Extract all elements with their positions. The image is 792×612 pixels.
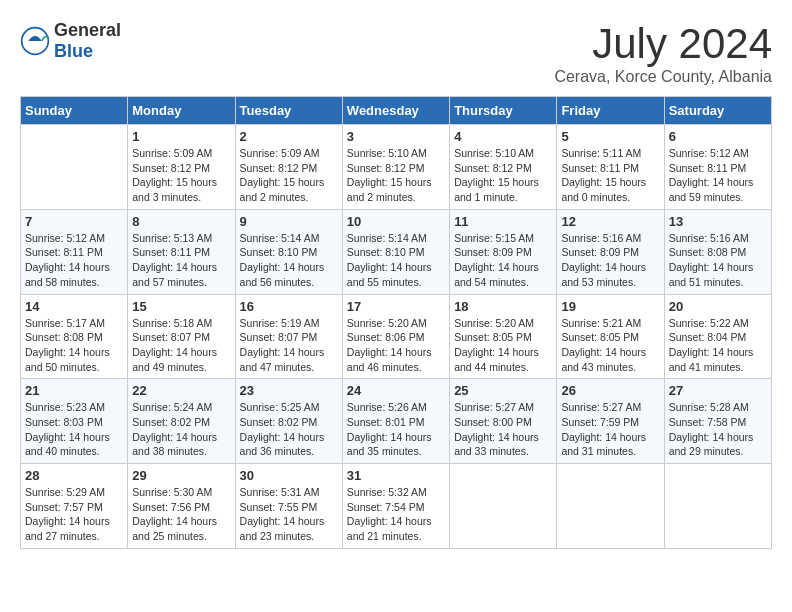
calendar-cell: 1 Sunrise: 5:09 AM Sunset: 8:12 PM Dayli… [128,125,235,210]
calendar-cell: 25 Sunrise: 5:27 AM Sunset: 8:00 PM Dayl… [450,379,557,464]
sunset-text: Sunset: 8:05 PM [561,331,639,343]
daylight-text: Daylight: 14 hours and 46 minutes. [347,346,432,373]
sunset-text: Sunset: 8:10 PM [347,246,425,258]
sunrise-text: Sunrise: 5:20 AM [347,317,427,329]
logo-general: General [54,20,121,40]
daylight-text: Daylight: 14 hours and 56 minutes. [240,261,325,288]
weekday-header: Monday [128,97,235,125]
day-number: 24 [347,383,445,398]
daylight-text: Daylight: 14 hours and 33 minutes. [454,431,539,458]
title-area: July 2024 Cerava, Korce County, Albania [554,20,772,86]
daylight-text: Daylight: 14 hours and 58 minutes. [25,261,110,288]
calendar-cell: 16 Sunrise: 5:19 AM Sunset: 8:07 PM Dayl… [235,294,342,379]
calendar-cell: 4 Sunrise: 5:10 AM Sunset: 8:12 PM Dayli… [450,125,557,210]
day-info: Sunrise: 5:23 AM Sunset: 8:03 PM Dayligh… [25,400,123,459]
calendar-cell: 2 Sunrise: 5:09 AM Sunset: 8:12 PM Dayli… [235,125,342,210]
calendar-cell: 20 Sunrise: 5:22 AM Sunset: 8:04 PM Dayl… [664,294,771,379]
sunset-text: Sunset: 8:11 PM [669,162,747,174]
sunset-text: Sunset: 8:12 PM [347,162,425,174]
sunset-text: Sunset: 8:12 PM [454,162,532,174]
sunrise-text: Sunrise: 5:25 AM [240,401,320,413]
calendar-cell: 6 Sunrise: 5:12 AM Sunset: 8:11 PM Dayli… [664,125,771,210]
day-info: Sunrise: 5:20 AM Sunset: 8:06 PM Dayligh… [347,316,445,375]
day-info: Sunrise: 5:14 AM Sunset: 8:10 PM Dayligh… [347,231,445,290]
day-info: Sunrise: 5:21 AM Sunset: 8:05 PM Dayligh… [561,316,659,375]
day-number: 29 [132,468,230,483]
day-number: 17 [347,299,445,314]
sunrise-text: Sunrise: 5:21 AM [561,317,641,329]
day-number: 19 [561,299,659,314]
page-header: General Blue July 2024 Cerava, Korce Cou… [20,20,772,86]
calendar-cell [21,125,128,210]
daylight-text: Daylight: 14 hours and 47 minutes. [240,346,325,373]
sunrise-text: Sunrise: 5:14 AM [240,232,320,244]
day-info: Sunrise: 5:32 AM Sunset: 7:54 PM Dayligh… [347,485,445,544]
daylight-text: Daylight: 14 hours and 54 minutes. [454,261,539,288]
sunrise-text: Sunrise: 5:24 AM [132,401,212,413]
daylight-text: Daylight: 14 hours and 27 minutes. [25,515,110,542]
sunrise-text: Sunrise: 5:27 AM [454,401,534,413]
day-info: Sunrise: 5:24 AM Sunset: 8:02 PM Dayligh… [132,400,230,459]
calendar-cell: 3 Sunrise: 5:10 AM Sunset: 8:12 PM Dayli… [342,125,449,210]
daylight-text: Daylight: 14 hours and 21 minutes. [347,515,432,542]
weekday-header: Wednesday [342,97,449,125]
sunset-text: Sunset: 8:07 PM [240,331,318,343]
daylight-text: Daylight: 14 hours and 25 minutes. [132,515,217,542]
day-number: 28 [25,468,123,483]
calendar-cell [664,464,771,549]
daylight-text: Daylight: 14 hours and 36 minutes. [240,431,325,458]
sunset-text: Sunset: 7:59 PM [561,416,639,428]
daylight-text: Daylight: 14 hours and 35 minutes. [347,431,432,458]
daylight-text: Daylight: 14 hours and 40 minutes. [25,431,110,458]
calendar-cell: 21 Sunrise: 5:23 AM Sunset: 8:03 PM Dayl… [21,379,128,464]
day-info: Sunrise: 5:10 AM Sunset: 8:12 PM Dayligh… [454,146,552,205]
sunrise-text: Sunrise: 5:09 AM [132,147,212,159]
day-number: 31 [347,468,445,483]
day-number: 15 [132,299,230,314]
calendar-cell: 10 Sunrise: 5:14 AM Sunset: 8:10 PM Dayl… [342,209,449,294]
daylight-text: Daylight: 14 hours and 49 minutes. [132,346,217,373]
calendar-cell: 26 Sunrise: 5:27 AM Sunset: 7:59 PM Dayl… [557,379,664,464]
calendar-cell: 18 Sunrise: 5:20 AM Sunset: 8:05 PM Dayl… [450,294,557,379]
sunset-text: Sunset: 8:04 PM [669,331,747,343]
logo: General Blue [20,20,121,62]
calendar-week-row: 28 Sunrise: 5:29 AM Sunset: 7:57 PM Dayl… [21,464,772,549]
day-info: Sunrise: 5:17 AM Sunset: 8:08 PM Dayligh… [25,316,123,375]
day-number: 10 [347,214,445,229]
weekday-header: Thursday [450,97,557,125]
day-info: Sunrise: 5:12 AM Sunset: 8:11 PM Dayligh… [25,231,123,290]
calendar-cell: 22 Sunrise: 5:24 AM Sunset: 8:02 PM Dayl… [128,379,235,464]
calendar-cell: 23 Sunrise: 5:25 AM Sunset: 8:02 PM Dayl… [235,379,342,464]
sunset-text: Sunset: 8:12 PM [240,162,318,174]
sunset-text: Sunset: 7:57 PM [25,501,103,513]
sunset-text: Sunset: 8:05 PM [454,331,532,343]
calendar-week-row: 7 Sunrise: 5:12 AM Sunset: 8:11 PM Dayli… [21,209,772,294]
day-info: Sunrise: 5:16 AM Sunset: 8:08 PM Dayligh… [669,231,767,290]
daylight-text: Daylight: 15 hours and 1 minute. [454,176,539,203]
day-info: Sunrise: 5:12 AM Sunset: 8:11 PM Dayligh… [669,146,767,205]
day-number: 27 [669,383,767,398]
sunrise-text: Sunrise: 5:15 AM [454,232,534,244]
calendar-cell: 24 Sunrise: 5:26 AM Sunset: 8:01 PM Dayl… [342,379,449,464]
sunrise-text: Sunrise: 5:10 AM [347,147,427,159]
sunrise-text: Sunrise: 5:11 AM [561,147,641,159]
sunset-text: Sunset: 8:01 PM [347,416,425,428]
calendar-week-row: 21 Sunrise: 5:23 AM Sunset: 8:03 PM Dayl… [21,379,772,464]
day-info: Sunrise: 5:30 AM Sunset: 7:56 PM Dayligh… [132,485,230,544]
calendar-cell: 12 Sunrise: 5:16 AM Sunset: 8:09 PM Dayl… [557,209,664,294]
day-number: 30 [240,468,338,483]
day-number: 16 [240,299,338,314]
day-info: Sunrise: 5:10 AM Sunset: 8:12 PM Dayligh… [347,146,445,205]
daylight-text: Daylight: 14 hours and 44 minutes. [454,346,539,373]
sunrise-text: Sunrise: 5:23 AM [25,401,105,413]
page-title: July 2024 [554,20,772,68]
calendar-week-row: 1 Sunrise: 5:09 AM Sunset: 8:12 PM Dayli… [21,125,772,210]
sunset-text: Sunset: 8:11 PM [25,246,103,258]
sunset-text: Sunset: 8:07 PM [132,331,210,343]
sunset-text: Sunset: 8:12 PM [132,162,210,174]
day-number: 6 [669,129,767,144]
daylight-text: Daylight: 14 hours and 38 minutes. [132,431,217,458]
sunset-text: Sunset: 8:09 PM [454,246,532,258]
weekday-header: Tuesday [235,97,342,125]
calendar-cell: 8 Sunrise: 5:13 AM Sunset: 8:11 PM Dayli… [128,209,235,294]
